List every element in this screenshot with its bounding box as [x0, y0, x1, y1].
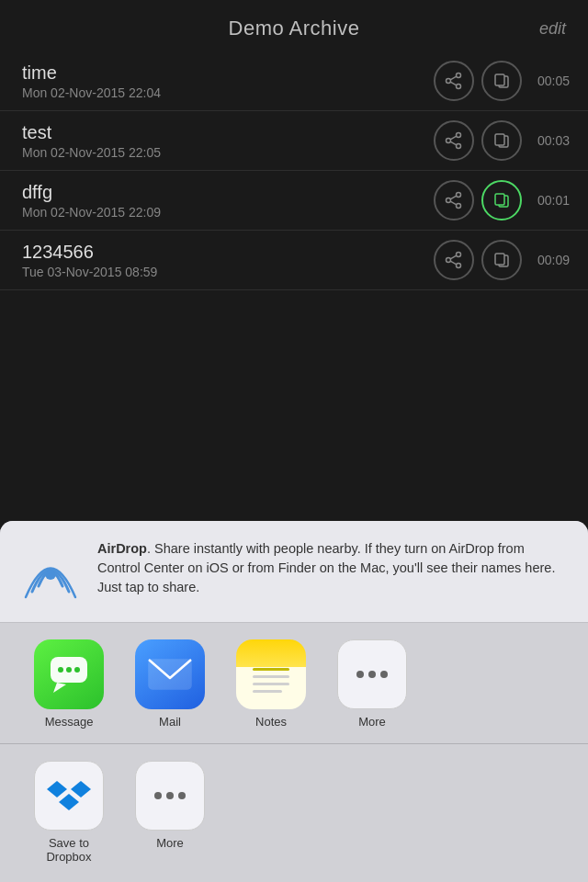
share-icon: [445, 251, 463, 269]
svg-line-10: [450, 136, 457, 140]
record-duration: 00:05: [537, 74, 570, 88]
record-name: 1234566: [22, 242, 434, 263]
header: Demo Archive edit: [0, 0, 588, 51]
dot: [368, 671, 376, 678]
record-info: dffg Mon 02-Nov-2015 22:09: [22, 182, 434, 220]
svg-point-7: [457, 133, 461, 138]
svg-point-15: [457, 204, 461, 209]
svg-point-16: [447, 198, 451, 203]
page-title: Demo Archive: [59, 17, 529, 40]
svg-rect-20: [495, 194, 504, 205]
svg-point-2: [447, 79, 451, 84]
svg-line-25: [450, 261, 457, 265]
record-name: dffg: [22, 182, 434, 203]
table-row[interactable]: time Mon 02-Nov-2015 22:04 00:05: [0, 51, 588, 111]
svg-line-17: [450, 196, 457, 199]
copy-icon: [492, 251, 511, 269]
record-name: test: [22, 122, 434, 143]
more-actions-icon: [135, 761, 205, 831]
share-app-message[interactable]: Message: [18, 639, 119, 729]
action-dropbox[interactable]: Save to Dropbox: [18, 761, 119, 864]
record-date: Tue 03-Nov-2015 08:59: [22, 265, 434, 279]
notes-line: [253, 668, 289, 671]
dot: [166, 792, 174, 799]
record-date: Mon 02-Nov-2015 22:05: [22, 145, 434, 160]
share-sheet-overlay: AirDrop. Share instantly with people nea…: [0, 377, 588, 882]
svg-point-22: [457, 264, 461, 268]
table-row[interactable]: 1234566 Tue 03-Nov-2015 08:59 00:09: [0, 231, 588, 290]
svg-point-1: [457, 85, 461, 89]
svg-line-18: [450, 201, 457, 205]
share-button[interactable]: [434, 120, 474, 161]
share-icon: [445, 191, 463, 209]
share-app-notes[interactable]: Notes: [220, 639, 322, 729]
share-app-label: Notes: [255, 715, 287, 729]
record-date: Mon 02-Nov-2015 22:04: [22, 85, 434, 100]
dot: [380, 671, 388, 678]
dot: [356, 671, 364, 678]
share-button[interactable]: [434, 240, 474, 280]
dropbox-diamond: [47, 781, 67, 797]
share-app-label: Message: [45, 715, 94, 729]
recording-list: time Mon 02-Nov-2015 22:04 00:05: [0, 51, 588, 290]
notes-line: [253, 683, 289, 685]
actions-section: Save to Dropbox More: [0, 744, 588, 882]
table-row[interactable]: dffg Mon 02-Nov-2015 22:09 00:01: [0, 171, 588, 231]
svg-point-0: [457, 74, 461, 78]
svg-line-4: [450, 82, 457, 85]
share-icon: [445, 131, 463, 150]
mail-envelope-icon: [147, 658, 193, 691]
record-duration: 00:09: [537, 253, 570, 267]
svg-point-21: [457, 253, 461, 257]
share-app-mail[interactable]: Mail: [119, 639, 220, 729]
copy-button[interactable]: [481, 240, 522, 280]
message-bubble-icon: [48, 654, 90, 695]
svg-point-9: [447, 139, 451, 143]
notes-icon: [236, 639, 306, 709]
svg-rect-13: [495, 134, 504, 145]
svg-point-8: [457, 144, 461, 149]
record-duration: 00:01: [537, 193, 570, 208]
share-app-label: Mail: [159, 715, 181, 729]
svg-point-23: [447, 258, 451, 263]
action-more[interactable]: More: [119, 761, 220, 864]
record-date: Mon 02-Nov-2015 22:09: [22, 205, 434, 220]
table-row[interactable]: test Mon 02-Nov-2015 22:05 00:03: [0, 111, 588, 171]
copy-button-active[interactable]: [481, 180, 522, 220]
airdrop-title: AirDrop: [97, 541, 147, 556]
svg-point-32: [66, 667, 72, 673]
notes-lines: [247, 648, 295, 701]
copy-button[interactable]: [481, 61, 522, 101]
record-actions: 00:03: [434, 120, 570, 161]
copy-button[interactable]: [481, 120, 522, 161]
svg-point-14: [457, 193, 461, 198]
mail-icon: [135, 639, 205, 709]
share-app-label: More: [358, 715, 386, 729]
airdrop-description: AirDrop. Share instantly with people nea…: [97, 539, 570, 597]
action-label: Save to Dropbox: [46, 836, 91, 864]
dot: [154, 792, 162, 799]
svg-line-3: [450, 76, 457, 80]
svg-rect-27: [495, 254, 504, 265]
dropbox-diamond: [71, 781, 91, 797]
dropbox-logo: [47, 781, 91, 810]
record-actions: 00:09: [434, 240, 570, 280]
dot: [178, 792, 186, 799]
edit-button[interactable]: edit: [529, 19, 566, 39]
airdrop-desc-text: . Share instantly with people nearby. If…: [97, 541, 555, 594]
share-app-more[interactable]: More: [322, 639, 423, 729]
record-info: 1234566 Tue 03-Nov-2015 08:59: [22, 242, 434, 279]
dropbox-row-bottom: [59, 799, 79, 810]
three-dots-icon: [356, 671, 388, 678]
svg-rect-6: [495, 74, 504, 85]
action-label: More: [156, 836, 184, 850]
airdrop-svg: [18, 539, 83, 604]
svg-point-31: [58, 667, 63, 673]
svg-point-33: [74, 667, 80, 673]
share-icon: [445, 72, 463, 90]
share-button[interactable]: [434, 180, 474, 220]
share-button[interactable]: [434, 61, 474, 101]
copy-icon: [492, 72, 511, 90]
message-icon: [34, 639, 104, 709]
notes-line: [253, 690, 282, 693]
